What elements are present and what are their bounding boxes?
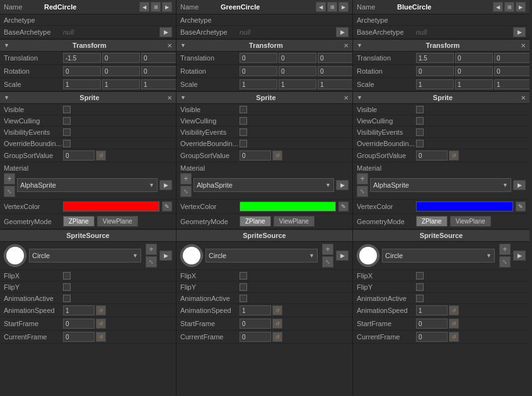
material-add-btn-blue[interactable]: +: [357, 173, 368, 184]
sprite-close-red[interactable]: ✕: [167, 94, 172, 101]
translation-y-green[interactable]: [279, 53, 316, 63]
vertexcolor-swatch-blue[interactable]: [416, 201, 513, 212]
groupsort-input-blue[interactable]: [416, 150, 448, 161]
vertexcolor-edit-red[interactable]: ✎: [162, 201, 172, 212]
material-add-btn-green[interactable]: +: [180, 173, 192, 184]
sprite-dropdown-red[interactable]: Circle ▼: [29, 249, 141, 263]
transform-close-green[interactable]: ✕: [344, 42, 349, 49]
currentframe-input-red[interactable]: [63, 332, 95, 342]
transform-arrow-blue[interactable]: ▼: [357, 42, 362, 48]
flipx-checkbox-green[interactable]: [240, 272, 247, 280]
translation-z-blue[interactable]: [494, 53, 529, 63]
geomode-zplane-blue[interactable]: ZPlane: [416, 216, 448, 227]
rotation-y-blue[interactable]: [455, 66, 493, 76]
sprite-arrow-red[interactable]: ▼: [4, 94, 9, 101]
sprite-dropdown-blue[interactable]: Circle ▼: [382, 249, 495, 263]
geomode-zplane-green[interactable]: ZPlane: [240, 216, 271, 227]
sprite-close-blue[interactable]: ✕: [521, 94, 526, 101]
spritesource-arrow-blue[interactable]: ▶: [513, 251, 526, 261]
startframe-input-blue[interactable]: [416, 319, 448, 329]
spritesource-goto-green[interactable]: ⤡: [322, 256, 333, 268]
sprite-arrow-green[interactable]: ▼: [180, 94, 186, 101]
rotation-y-red[interactable]: [102, 66, 140, 76]
material-goto-btn-red[interactable]: ⤡: [4, 186, 15, 197]
translation-x-blue[interactable]: [416, 53, 454, 63]
rotation-y-green[interactable]: [279, 66, 316, 76]
overridebounding-checkbox-green[interactable]: [240, 140, 247, 147]
flipy-checkbox-red[interactable]: [63, 283, 71, 291]
header-icon-grid-blue[interactable]: ⊞: [504, 2, 514, 12]
rotation-z-blue[interactable]: [494, 66, 529, 76]
transform-arrow-red[interactable]: ▼: [4, 42, 9, 48]
material-goto-btn-green[interactable]: ⤡: [180, 186, 192, 197]
animspeed-reset-red[interactable]: ↺: [96, 305, 106, 315]
geomode-viewplane-green[interactable]: ViewPlane: [274, 216, 315, 227]
rotation-x-blue[interactable]: [416, 66, 454, 76]
flipx-checkbox-red[interactable]: [63, 272, 71, 280]
flipx-checkbox-blue[interactable]: [416, 272, 424, 280]
scale-z-red[interactable]: [141, 79, 176, 89]
startframe-reset-blue[interactable]: ↺: [449, 319, 459, 329]
scale-x-green[interactable]: [240, 79, 277, 89]
material-dropdown-red[interactable]: AlphaSprite ▼: [17, 178, 158, 192]
startframe-reset-green[interactable]: ↺: [272, 319, 282, 329]
rotation-x-green[interactable]: [240, 66, 277, 76]
translation-x-green[interactable]: [240, 53, 277, 63]
geomode-zplane-red[interactable]: ZPlane: [63, 216, 95, 227]
spritesource-add-green[interactable]: +: [322, 244, 333, 255]
currentframe-input-green[interactable]: [240, 332, 271, 342]
geomode-viewplane-blue[interactable]: ViewPlane: [450, 216, 491, 227]
groupsort-input-red[interactable]: [63, 150, 95, 161]
spritesource-arrow-green[interactable]: ▶: [336, 251, 349, 261]
viewculling-checkbox-green[interactable]: [240, 117, 247, 125]
material-arrow-btn-blue[interactable]: ▶: [513, 180, 526, 190]
header-icon-right-blue[interactable]: ▶: [516, 2, 526, 12]
flipy-checkbox-green[interactable]: [240, 283, 247, 291]
translation-y-blue[interactable]: [455, 53, 493, 63]
base-archetype-arrow-red[interactable]: ▶: [159, 27, 172, 37]
transform-close-blue[interactable]: ✕: [521, 42, 526, 49]
scale-z-green[interactable]: [318, 79, 353, 89]
material-goto-btn-blue[interactable]: ⤡: [357, 186, 368, 197]
spritesource-add-red[interactable]: +: [146, 244, 157, 255]
header-icon-left-green[interactable]: ◀: [316, 2, 326, 12]
visevents-checkbox-blue[interactable]: [416, 128, 424, 136]
translation-x-red[interactable]: [63, 53, 101, 63]
groupsort-input-green[interactable]: [240, 150, 271, 161]
material-add-btn-red[interactable]: +: [4, 173, 15, 184]
translation-z-red[interactable]: [141, 53, 176, 63]
startframe-input-green[interactable]: [240, 319, 271, 329]
material-arrow-btn-red[interactable]: ▶: [159, 180, 172, 190]
material-arrow-btn-green[interactable]: ▶: [336, 180, 349, 190]
translation-z-green[interactable]: [318, 53, 353, 63]
startframe-reset-red[interactable]: ↺: [96, 319, 106, 329]
base-archetype-arrow-green[interactable]: ▶: [336, 27, 349, 37]
rotation-x-red[interactable]: [63, 66, 101, 76]
header-icon-right-green[interactable]: ▶: [338, 2, 349, 12]
sprite-dropdown-green[interactable]: Circle ▼: [205, 249, 318, 263]
transform-arrow-green[interactable]: ▼: [180, 42, 186, 48]
spritesource-add-blue[interactable]: +: [499, 244, 511, 255]
groupsort-reset-red[interactable]: ↺: [96, 150, 106, 161]
flipy-checkbox-blue[interactable]: [416, 283, 424, 291]
spritesource-goto-blue[interactable]: ⤡: [499, 256, 511, 268]
scale-z-blue[interactable]: [494, 79, 529, 89]
geomode-viewplane-red[interactable]: ViewPlane: [97, 216, 138, 227]
header-icon-left-blue[interactable]: ◀: [493, 2, 503, 12]
visible-checkbox-green[interactable]: [240, 106, 247, 113]
transform-close-red[interactable]: ✕: [167, 42, 172, 49]
overridebounding-checkbox-blue[interactable]: [416, 140, 424, 147]
header-icon-left-red[interactable]: ◀: [139, 2, 149, 12]
base-archetype-arrow-blue[interactable]: ▶: [513, 27, 526, 37]
currentframe-input-blue[interactable]: [416, 332, 448, 342]
material-dropdown-green[interactable]: AlphaSprite ▼: [194, 178, 334, 192]
translation-y-red[interactable]: [102, 53, 140, 63]
currentframe-reset-blue[interactable]: ↺: [449, 332, 459, 342]
groupsort-reset-green[interactable]: ↺: [272, 150, 282, 161]
groupsort-reset-blue[interactable]: ↺: [449, 150, 459, 161]
viewculling-checkbox-red[interactable]: [63, 117, 71, 125]
scale-y-blue[interactable]: [455, 79, 493, 89]
header-icon-grid-red[interactable]: ⊞: [151, 2, 161, 12]
startframe-input-red[interactable]: [63, 319, 95, 329]
sprite-close-green[interactable]: ✕: [344, 94, 349, 101]
